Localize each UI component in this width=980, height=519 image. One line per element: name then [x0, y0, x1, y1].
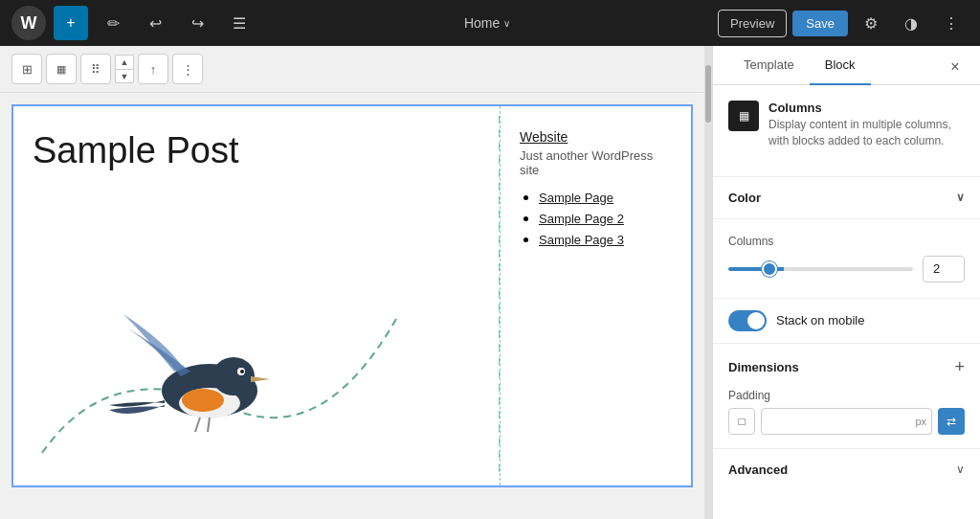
padding-icon: □	[728, 408, 755, 435]
list-item: Sample Page 2	[539, 210, 624, 227]
columns-label: Columns	[728, 235, 965, 248]
main-area: ⊞ ▦ ⠿ ▲ ▼ ↑ ⋮ Sample Pos	[0, 46, 980, 519]
svg-point-5	[240, 370, 244, 373]
move-up-button[interactable]: ▲	[115, 55, 134, 69]
block-toolbar: ⊞ ▦ ⠿ ▲ ▼ ↑ ⋮	[0, 46, 704, 93]
block-description: Display content in multiple columns, wit…	[768, 117, 965, 149]
tools-button[interactable]: ✏	[96, 6, 130, 40]
scroll-indicator	[704, 46, 712, 519]
wp-logo[interactable]: W	[11, 6, 46, 40]
padding-unit-label: px	[915, 416, 926, 427]
drag-icon: ⠿	[91, 62, 100, 77]
list-view-button[interactable]: ☰	[222, 6, 256, 40]
drag-handle[interactable]: ⠿	[80, 54, 111, 84]
bird-dashed-svg	[33, 261, 434, 472]
settings-button[interactable]: ⚙	[854, 6, 888, 40]
columns-block[interactable]: Sample Post	[11, 104, 693, 487]
block-name: Columns	[768, 101, 965, 115]
block-header: ▦ Columns Display content in multiple co…	[728, 101, 965, 149]
advanced-chevron-icon: ∨	[956, 463, 965, 476]
post-title: Sample Post	[33, 129, 479, 173]
columns-icon: ▦	[56, 63, 66, 76]
columns-slider[interactable]	[728, 267, 913, 271]
page-link-2[interactable]: Sample Page 2	[539, 212, 624, 226]
dimensions-header: Dimensions +	[728, 357, 965, 377]
more-icon: ⋮	[182, 62, 194, 77]
advanced-label: Advanced	[728, 463, 788, 477]
list-item: Sample Page	[539, 189, 624, 206]
tagline: Just another WordPress site	[520, 148, 672, 177]
transform-icon: ⊞	[22, 62, 33, 77]
dimensions-add-button[interactable]: +	[954, 357, 965, 377]
color-section-header[interactable]: Color ∨	[713, 177, 980, 219]
block-tab[interactable]: Block	[810, 46, 871, 85]
transform-block-button[interactable]: ⊞	[11, 54, 42, 84]
list-item: Sample Page 3	[539, 231, 624, 248]
page-link-1[interactable]: Sample Page	[539, 191, 613, 205]
bird-container	[33, 261, 434, 476]
stack-mobile-label: Stack on mobile	[776, 313, 865, 327]
padding-label: Padding	[728, 389, 965, 402]
canvas-container: ⊞ ▦ ⠿ ▲ ▼ ↑ ⋮ Sample Pos	[0, 46, 704, 519]
right-column: Website Just another WordPress site Samp…	[500, 106, 691, 485]
website-link[interactable]: Website	[520, 129, 568, 145]
block-position-stepper[interactable]: ▲ ▼	[115, 55, 134, 83]
move-down-button[interactable]: ▼	[115, 69, 134, 83]
left-column: Sample Post	[13, 106, 499, 485]
panel-tabs: Template Block ×	[713, 46, 980, 85]
columns-block-button[interactable]: ▦	[46, 54, 77, 84]
columns-section: Columns	[713, 219, 980, 299]
advanced-section[interactable]: Advanced ∨	[713, 449, 980, 490]
columns-control	[728, 256, 965, 282]
dimensions-title: Dimensions	[728, 360, 799, 374]
svg-point-3	[212, 357, 255, 395]
stack-mobile-toggle[interactable]	[728, 310, 767, 331]
align-button[interactable]: ↑	[138, 54, 168, 84]
block-info-section: ▦ Columns Display content in multiple co…	[713, 85, 980, 177]
color-label: Color	[728, 191, 761, 205]
padding-input-wrap: px	[761, 408, 932, 435]
toolbar-right: Preview Save ⚙ ◑ ⋮	[718, 6, 969, 40]
align-icon: ↑	[150, 62, 157, 77]
top-toolbar: W + ✏ ↩ ↪ ☰ Home ∨ Preview Save ⚙ ◑ ⋮	[0, 0, 980, 46]
panel-close-button[interactable]: ×	[942, 54, 969, 80]
block-info: Columns Display content in multiple colu…	[768, 101, 965, 149]
page-title-button[interactable]: Home ∨	[455, 10, 520, 36]
page-title-label: Home	[464, 15, 500, 31]
block-type-icon: ▦	[728, 101, 759, 131]
svg-line-6	[195, 417, 200, 432]
undo-button[interactable]: ↩	[138, 6, 172, 40]
toggle-thumb	[747, 312, 765, 329]
columns-input[interactable]	[923, 256, 965, 282]
scroll-thumb[interactable]	[705, 65, 711, 123]
save-button[interactable]: Save	[792, 11, 848, 36]
svg-point-2	[182, 389, 224, 412]
link-sides-button[interactable]: ⇄	[938, 408, 965, 435]
styles-button[interactable]: ◑	[894, 6, 928, 40]
stack-mobile-section: Stack on mobile	[713, 299, 980, 344]
preview-button[interactable]: Preview	[718, 10, 787, 37]
padding-control: □ px ⇄	[728, 408, 965, 435]
dimensions-section: Dimensions + Padding □ px ⇄	[713, 344, 980, 449]
add-block-button[interactable]: +	[54, 6, 88, 40]
page-list: Sample Page Sample Page 2 Sample Page 3	[520, 189, 624, 252]
toolbar-center: Home ∨	[264, 10, 710, 36]
canvas-area: Sample Post	[0, 93, 704, 519]
columns-icon: ▦	[739, 109, 749, 123]
right-panel: Template Block × ▦ Columns Display conte…	[712, 46, 980, 519]
template-tab[interactable]: Template	[728, 46, 810, 85]
padding-input[interactable]	[761, 408, 932, 435]
page-link-3[interactable]: Sample Page 3	[539, 233, 624, 247]
svg-line-7	[208, 417, 210, 432]
redo-button[interactable]: ↪	[180, 6, 214, 40]
block-more-button[interactable]: ⋮	[172, 54, 203, 84]
more-options-button[interactable]: ⋮	[934, 6, 969, 40]
chevron-down-icon: ∨	[503, 18, 510, 29]
color-chevron-icon: ∨	[956, 191, 965, 204]
